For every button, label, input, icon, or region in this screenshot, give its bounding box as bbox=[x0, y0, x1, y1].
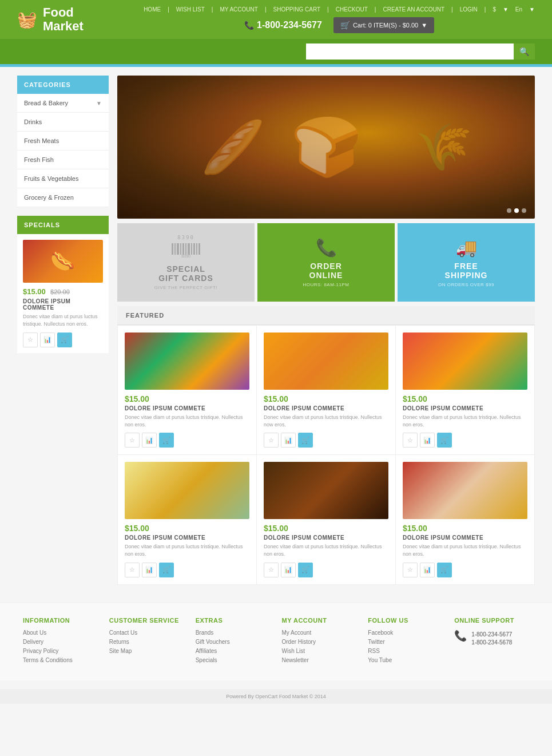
footer-link-affiliates[interactable]: Affiliates bbox=[196, 648, 271, 654]
footer-link-privacy[interactable]: Privacy Policy bbox=[23, 648, 98, 654]
wishlist-btn-1[interactable]: ☆ bbox=[264, 433, 279, 448]
nav-wishlist[interactable]: WISH LIST bbox=[176, 6, 205, 13]
language-selector[interactable]: En bbox=[515, 6, 522, 13]
footer-col-information: INFORMATION About Us Delivery Privacy Po… bbox=[17, 617, 104, 666]
product-price-4: $15.00 bbox=[264, 524, 388, 533]
footer-link-facebook[interactable]: Facebook bbox=[368, 630, 443, 636]
svg-rect-0 bbox=[172, 243, 173, 255]
add-cart-btn-5[interactable]: 🛒 bbox=[437, 563, 452, 577]
compare-btn-5[interactable]: 📊 bbox=[420, 563, 435, 577]
logo-icon: 🧺 bbox=[17, 10, 37, 29]
product-desc-4: Donec vitae diam ut purus luctus tristiq… bbox=[264, 543, 388, 557]
wishlist-btn-0[interactable]: ☆ bbox=[125, 433, 140, 448]
sidebar-item-drinks[interactable]: Drinks bbox=[17, 113, 109, 132]
svg-rect-1 bbox=[174, 243, 176, 255]
sidebar-item-meats[interactable]: Fresh Meats bbox=[17, 132, 109, 151]
footer-link-orderhistory[interactable]: Order History bbox=[281, 639, 356, 645]
compare-button[interactable]: 📊 bbox=[40, 333, 55, 347]
footer-link-twitter[interactable]: Twitter bbox=[368, 639, 443, 645]
nav-checkout[interactable]: CHECKOUT bbox=[336, 6, 368, 13]
compare-btn-4[interactable]: 📊 bbox=[281, 563, 296, 577]
nav-account[interactable]: MY ACCOUNT bbox=[220, 6, 258, 13]
phone-display: 📞 1-800-234-5677 bbox=[244, 20, 322, 30]
info-block-shipping[interactable]: 🚚 FREE SHIPPING ON ORDERS OVER $99 bbox=[398, 223, 535, 302]
compare-btn-3[interactable]: 📊 bbox=[142, 563, 157, 577]
wishlist-btn-4[interactable]: ☆ bbox=[264, 563, 279, 577]
footer-link-specials[interactable]: Specials bbox=[196, 657, 271, 663]
product-image-5[interactable] bbox=[403, 462, 527, 519]
add-to-cart-button[interactable]: 🛒 bbox=[57, 333, 72, 347]
footer-link-contact[interactable]: Contact Us bbox=[109, 630, 184, 636]
header: 🧺 Food Market HOME | WISH LIST | MY ACCO… bbox=[0, 0, 552, 39]
info-block-giftcards[interactable]: 8390 8390 bbox=[117, 223, 255, 302]
shipping-title: FREE SHIPPING bbox=[445, 262, 488, 280]
search-input[interactable] bbox=[306, 43, 514, 60]
sidebar-item-grocery[interactable]: Grocery & Frozen bbox=[17, 188, 109, 207]
product-price-1: $15.00 bbox=[264, 394, 388, 403]
wishlist-btn-3[interactable]: ☆ bbox=[125, 563, 140, 577]
footer-link-giftvouchers[interactable]: Gift Vouchers bbox=[196, 639, 271, 645]
wishlist-button[interactable]: ☆ bbox=[23, 333, 38, 347]
footer-link-brands[interactable]: Brands bbox=[196, 630, 271, 636]
product-image-3[interactable] bbox=[125, 462, 249, 519]
hero-dot-3[interactable] bbox=[522, 208, 526, 213]
search-button[interactable]: 🔍 bbox=[514, 43, 535, 60]
add-cart-btn-2[interactable]: 🛒 bbox=[437, 433, 452, 448]
add-cart-btn-4[interactable]: 🛒 bbox=[298, 563, 313, 577]
hero-dot-2[interactable] bbox=[514, 208, 519, 213]
chevron-icon: ▼ bbox=[96, 100, 102, 106]
wishlist-btn-5[interactable]: ☆ bbox=[403, 563, 418, 577]
svg-rect-8 bbox=[193, 243, 195, 255]
sidebar-item-fish[interactable]: Fresh Fish bbox=[17, 151, 109, 169]
product-card-3: $15.00 DOLORE IPSUM COMMETE Donec vitae … bbox=[118, 455, 256, 584]
logo-text: Food Market bbox=[43, 6, 84, 33]
info-block-order[interactable]: 📞 ORDER ONLINE HOURS: 8AM-11PM bbox=[257, 223, 395, 302]
product-card-2: $15.00 DOLORE IPSUM COMMETE Donec vitae … bbox=[396, 326, 534, 454]
currency-selector[interactable]: $ bbox=[493, 6, 496, 13]
product-image-2[interactable] bbox=[403, 333, 527, 390]
add-cart-btn-0[interactable]: 🛒 bbox=[159, 433, 174, 448]
svg-rect-4 bbox=[182, 243, 184, 255]
product-image-4[interactable] bbox=[264, 462, 388, 519]
footer-link-sitemap[interactable]: Site Map bbox=[109, 648, 184, 654]
footer-link-rss[interactable]: RSS bbox=[368, 648, 443, 654]
sidebar-item-fruits[interactable]: Fruits & Vegetables bbox=[17, 169, 109, 188]
sidebar-item-bread[interactable]: Bread & Bakery ▼ bbox=[17, 94, 109, 113]
footer-col-myaccount: MY ACCOUNT My Account Order History Wish… bbox=[276, 617, 362, 666]
wishlist-btn-2[interactable]: ☆ bbox=[403, 433, 418, 448]
product-image-1[interactable] bbox=[264, 333, 388, 390]
cart-icon: 🛒 bbox=[340, 21, 350, 30]
nav-create-account[interactable]: CREATE AN ACCOUNT bbox=[383, 6, 444, 13]
product-actions-3: ☆ 📊 🛒 bbox=[125, 563, 249, 577]
product-desc-5: Donec vitae diam ut purus luctus tristiq… bbox=[403, 543, 527, 557]
compare-btn-2[interactable]: 📊 bbox=[420, 433, 435, 448]
hero-dot-1[interactable] bbox=[507, 208, 511, 213]
giftcards-subtitle: GIVE THE PERFECT GIFT! bbox=[154, 285, 217, 290]
special-product-image[interactable]: 🌭 bbox=[23, 240, 103, 283]
cart-button[interactable]: 🛒 Cart: 0 ITEM(S) - $0.00 ▼ bbox=[333, 17, 434, 33]
add-cart-btn-1[interactable]: 🛒 bbox=[298, 433, 313, 448]
footer-link-myaccount[interactable]: My Account bbox=[281, 630, 356, 636]
nav-login[interactable]: LOGIN bbox=[460, 6, 478, 13]
compare-btn-0[interactable]: 📊 bbox=[142, 433, 157, 448]
order-title: ORDER ONLINE bbox=[309, 262, 343, 280]
footer-link-newsletter[interactable]: Newsletter bbox=[281, 657, 356, 663]
product-desc-3: Donec vitae diam ut purus luctus tristiq… bbox=[125, 543, 249, 557]
featured-header: FEATURED bbox=[117, 306, 535, 325]
product-image-0[interactable] bbox=[125, 333, 249, 390]
hero-banner[interactable]: 🍞 🥖 🌾 bbox=[117, 76, 535, 219]
product-name-2: DOLORE IPSUM COMMETE bbox=[403, 405, 527, 411]
footer-link-aboutus[interactable]: About Us bbox=[23, 630, 98, 636]
compare-btn-1[interactable]: 📊 bbox=[281, 433, 296, 448]
nav-home[interactable]: HOME bbox=[144, 6, 161, 13]
footer-link-returns[interactable]: Returns bbox=[109, 639, 184, 645]
footer-link-delivery[interactable]: Delivery bbox=[23, 639, 98, 645]
footer-link-wishlist[interactable]: Wish List bbox=[281, 648, 356, 654]
footer-link-terms[interactable]: Terms & Conditions bbox=[23, 657, 98, 663]
footer-link-youtube[interactable]: You Tube bbox=[368, 657, 443, 663]
support-phone-1: 1-800-234-5677 bbox=[471, 631, 512, 638]
add-cart-btn-3[interactable]: 🛒 bbox=[159, 563, 174, 577]
svg-rect-2 bbox=[177, 243, 179, 255]
product-name-1: DOLORE IPSUM COMMETE bbox=[264, 405, 388, 411]
nav-cart[interactable]: SHOPPING CART bbox=[273, 6, 320, 13]
